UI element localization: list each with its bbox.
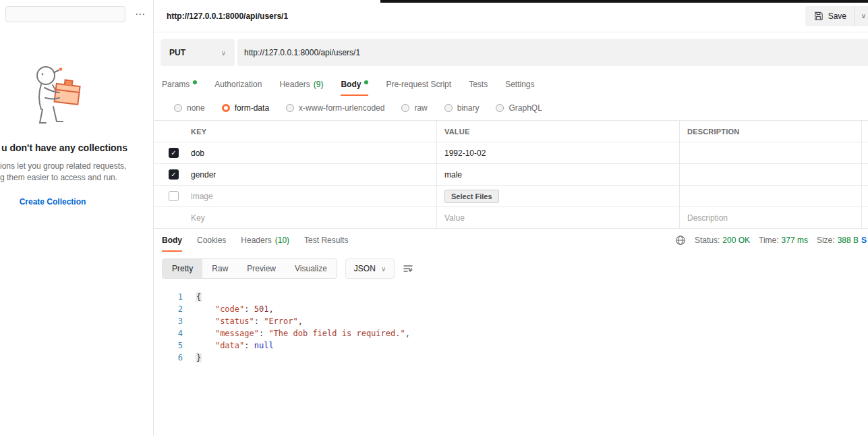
view-tab-raw[interactable]: Raw bbox=[202, 259, 237, 278]
table-row-placeholder: KeyValueDescription bbox=[154, 207, 868, 229]
token-punct bbox=[196, 341, 215, 350]
search-input[interactable] bbox=[5, 6, 125, 22]
token-punct: : bbox=[259, 329, 268, 338]
select-files-button[interactable]: Select Files bbox=[444, 190, 499, 203]
checkbox-checked[interactable]: ✓ bbox=[169, 169, 179, 180]
response-meta-item: Status:200 OK bbox=[695, 236, 750, 245]
save-response-truncated[interactable]: S bbox=[861, 236, 868, 245]
tab-count: (9) bbox=[314, 80, 324, 89]
mode-label: binary bbox=[457, 103, 480, 113]
value-cell[interactable]: male bbox=[437, 164, 680, 185]
unsaved-changes-dot bbox=[364, 80, 368, 84]
key-cell[interactable]: dob bbox=[183, 142, 437, 163]
method-label: PUT bbox=[169, 48, 185, 57]
meta-value: 377 ms bbox=[782, 236, 808, 245]
checkbox-header-cell bbox=[154, 121, 183, 142]
description-cell[interactable] bbox=[680, 164, 862, 185]
radio-icon bbox=[496, 104, 504, 112]
network-globe-icon[interactable] bbox=[675, 235, 686, 246]
tab-label: Pre-request Script bbox=[386, 80, 451, 89]
create-collection-link[interactable]: Create Collection bbox=[0, 197, 105, 207]
description-cell[interactable] bbox=[680, 142, 862, 163]
save-options-chevron-icon[interactable]: ∨ bbox=[855, 6, 868, 26]
mode-label: none bbox=[187, 103, 205, 113]
token-brace: { bbox=[196, 292, 202, 302]
response-tab-headers[interactable]: Headers(10) bbox=[241, 229, 289, 252]
view-tab-visualize[interactable]: Visualize bbox=[285, 259, 337, 278]
response-meta-item: Time:377 ms bbox=[759, 236, 808, 245]
code-line: "code": 501, bbox=[196, 303, 410, 315]
request-tab-params[interactable]: Params bbox=[162, 73, 197, 96]
value-cell[interactable]: 1992-10-02 bbox=[437, 142, 680, 163]
response-view-bar: PrettyRawPreviewVisualize JSON ∨ bbox=[154, 252, 868, 285]
response-meta-item: Size:388 B bbox=[817, 236, 859, 245]
value-placeholder[interactable]: Value bbox=[437, 207, 680, 228]
request-tabs: ParamsAuthorizationHeaders(9)BodyPre-req… bbox=[154, 73, 868, 96]
row-filler bbox=[862, 186, 868, 207]
description-cell[interactable] bbox=[680, 186, 862, 207]
main-panel: http://127.0.0.1:8000/api/users/1 Save ∨ bbox=[154, 0, 868, 436]
key-cell[interactable]: image bbox=[183, 186, 437, 207]
table-row: imageSelect Files bbox=[154, 186, 868, 207]
request-tab-authorization[interactable]: Authorization bbox=[214, 73, 262, 96]
request-tab-settings[interactable]: Settings bbox=[505, 73, 534, 96]
request-tab-pre-request-script[interactable]: Pre-request Script bbox=[386, 73, 451, 96]
meta-label: Status: bbox=[695, 236, 720, 245]
checkbox-unchecked[interactable] bbox=[169, 191, 179, 201]
body-mode-none[interactable]: none bbox=[174, 103, 205, 113]
url-input[interactable]: http://127.0.0.1:8000/api/users/1 bbox=[237, 39, 868, 66]
code-lines: { "code": 501, "status": "Error", "messa… bbox=[183, 291, 410, 364]
token-punct: , bbox=[405, 329, 410, 338]
tab-label: Body bbox=[341, 80, 361, 89]
checkbox-checked[interactable]: ✓ bbox=[169, 148, 179, 158]
view-tab-pretty[interactable]: Pretty bbox=[163, 259, 202, 278]
body-mode-graphql[interactable]: GraphQL bbox=[496, 103, 542, 113]
method-dropdown[interactable]: PUT ∨ bbox=[161, 39, 235, 66]
save-button[interactable]: Save bbox=[805, 6, 855, 26]
wrap-lines-icon[interactable] bbox=[403, 263, 413, 274]
code-line: "data": null bbox=[196, 339, 410, 352]
radio-icon bbox=[174, 104, 182, 112]
key-cell[interactable]: gender bbox=[183, 164, 437, 185]
meta-label: Time: bbox=[759, 236, 779, 245]
tab-label: Headers bbox=[279, 80, 310, 89]
token-key: "message" bbox=[215, 329, 259, 338]
empty-state-title: u don't have any collections bbox=[1, 142, 127, 153]
response-tab-body[interactable]: Body bbox=[162, 229, 182, 252]
body-mode-form-data[interactable]: form-data bbox=[222, 103, 269, 113]
code-line: "status": "Error", bbox=[196, 315, 410, 327]
key-placeholder[interactable]: Key bbox=[183, 207, 437, 228]
more-options-icon[interactable]: ⋯ bbox=[132, 8, 148, 20]
empty-collections-illustration bbox=[26, 62, 86, 134]
response-tab-cookies[interactable]: Cookies bbox=[197, 229, 226, 252]
value-cell[interactable]: Select Files bbox=[437, 186, 680, 207]
request-tab-headers[interactable]: Headers(9) bbox=[279, 73, 323, 96]
tab-label: Authorization bbox=[214, 80, 262, 89]
line-number: 5 bbox=[154, 339, 183, 352]
meta-label: Size: bbox=[817, 236, 835, 245]
token-key: "status" bbox=[215, 317, 254, 326]
response-tab-test-results[interactable]: Test Results bbox=[304, 229, 348, 252]
response-body-viewer[interactable]: 123456 { "code": 501, "status": "Error",… bbox=[154, 285, 868, 364]
code-line: "message": "The dob field is required.", bbox=[196, 327, 410, 339]
body-mode-x-www-form-urlencoded[interactable]: x-www-form-urlencoded bbox=[286, 103, 384, 113]
body-mode-binary[interactable]: binary bbox=[444, 103, 480, 113]
token-null: null bbox=[254, 341, 274, 350]
request-tab-tests[interactable]: Tests bbox=[469, 73, 488, 96]
tab-label: Params bbox=[162, 80, 190, 89]
language-dropdown[interactable]: JSON ∨ bbox=[345, 258, 395, 279]
request-tab-body[interactable]: Body bbox=[341, 73, 368, 96]
body-mode-raw[interactable]: raw bbox=[401, 103, 427, 113]
table-header-row: KEY VALUE DESCRIPTION bbox=[154, 121, 868, 142]
line-number: 2 bbox=[154, 303, 183, 315]
response-section: BodyCookiesHeaders(10)Test Results Statu… bbox=[154, 229, 868, 364]
token-str: "Error" bbox=[264, 317, 298, 326]
meta-value: 388 B bbox=[838, 236, 859, 245]
code-line: { bbox=[196, 291, 410, 303]
line-number: 1 bbox=[154, 291, 183, 303]
token-punct bbox=[196, 304, 215, 314]
description-placeholder[interactable]: Description bbox=[680, 207, 862, 228]
token-punct: , bbox=[268, 304, 273, 314]
view-tab-preview[interactable]: Preview bbox=[237, 259, 285, 278]
row-filler bbox=[862, 142, 868, 163]
